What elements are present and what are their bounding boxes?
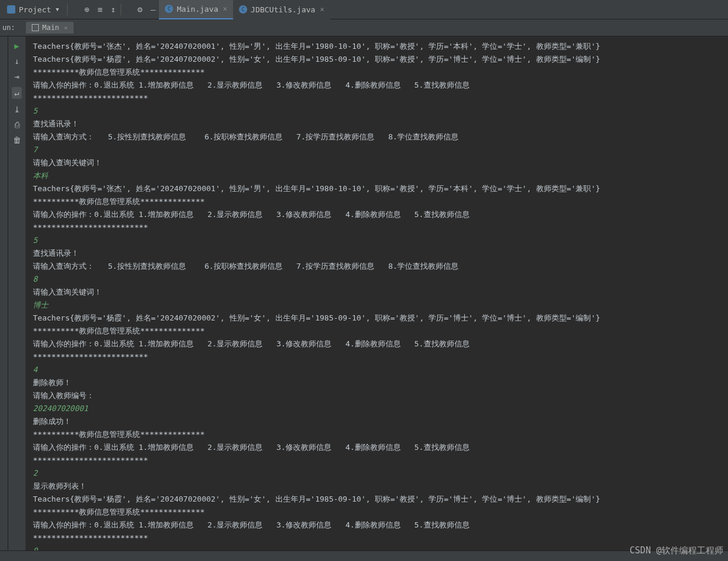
console-output-line: 请输入你的操作：0.退出系统 1.增加教师信息 2.显示教师信息 3.修改教师信… <box>33 519 728 532</box>
separator <box>67 4 68 15</box>
target-icon[interactable]: ⊕ <box>84 5 89 14</box>
console-output-line: 删除成功！ <box>33 415 728 428</box>
console-output-line: ************************* <box>33 221 728 234</box>
toolbar-icon-group: ⊕ ≡ ↕ <box>84 5 115 14</box>
console-input-line: 4 <box>33 363 728 376</box>
project-label: Project <box>19 5 51 14</box>
console-input-line: 7 <box>33 143 728 156</box>
step-icon[interactable]: ⇥ <box>14 72 19 81</box>
run-config-tab[interactable]: Main × <box>26 22 74 34</box>
java-class-icon: C <box>239 5 247 14</box>
run-config-icon <box>32 24 39 31</box>
console-input-line: 本科 <box>33 169 728 182</box>
rerun-icon[interactable]: ▶ <box>14 41 19 51</box>
toggle-soft-wrap-icon[interactable]: ↵ <box>12 87 21 99</box>
tab-label: Main.java <box>177 5 218 14</box>
chevron-down-icon: ▼ <box>56 6 59 12</box>
console-input-line: 5 <box>33 234 728 247</box>
status-bar <box>0 550 728 561</box>
console-output-line: 请输入查询方式： 5.按性别查找教师信息 6.按职称查找教师信息 7.按学历查找… <box>33 260 728 273</box>
console-output-line: **********教师信息管理系统************** <box>33 195 728 208</box>
watermark: CSDN @软件编程工程师 <box>630 545 723 556</box>
console-output-line: 请输入你的操作：0.退出系统 1.增加教师信息 2.显示教师信息 3.修改教师信… <box>33 208 728 221</box>
toolbar-icon-group-2: ⚙ — <box>138 5 156 14</box>
run-config-name: Main <box>42 24 59 32</box>
console-output-line: ************************* <box>33 454 728 467</box>
console-output-line: 请输入查询方式： 5.按性别查找教师信息 6.按职称查找教师信息 7.按学历查找… <box>33 131 728 143</box>
console-input-line: 博士 <box>33 299 728 312</box>
console-output-line: 请输入你的操作：0.退出系统 1.增加教师信息 2.显示教师信息 3.修改教师信… <box>33 338 728 350</box>
console-output-line: Teachers{教师号='杨霞', 姓名='202407020002', 性别… <box>33 312 728 325</box>
separator <box>121 4 121 15</box>
console-output-line: 请输入你的操作：0.退出系统 1.增加教师信息 2.显示教师信息 3.修改教师信… <box>33 441 728 454</box>
close-icon[interactable]: × <box>64 24 68 32</box>
console-output-line: ************************* <box>33 532 728 545</box>
close-icon[interactable]: × <box>223 5 227 13</box>
console-output-line: 查找通讯录！ <box>33 118 728 131</box>
console-input-line: 5 <box>33 105 728 118</box>
console-input-line: 0 <box>33 545 728 550</box>
console-output-line: **********教师信息管理系统************** <box>33 66 728 79</box>
tab-main-java[interactable]: C Main.java × <box>159 0 233 19</box>
console-output-line: 请输入你的操作：0.退出系统 1.增加教师信息 2.显示教师信息 3.修改教师信… <box>33 79 728 92</box>
left-edge-gutter <box>0 36 8 550</box>
collapse-icon[interactable]: ≡ <box>98 5 102 14</box>
console-input-line: 8 <box>33 273 728 286</box>
console-output-line: 查找通讯录！ <box>33 247 728 260</box>
console-output-line: Teachers{教师号='杨霞', 姓名='202407020002', 性别… <box>33 53 728 66</box>
console-output-line: ************************* <box>33 92 728 105</box>
minimize-icon[interactable]: — <box>151 5 155 14</box>
close-icon[interactable]: × <box>320 5 324 14</box>
console-output-line: Teachers{教师号='杨霞', 姓名='202407020002', 性别… <box>33 493 728 506</box>
project-dropdown[interactable]: Project ▼ <box>4 4 62 15</box>
console-output-line: ************************* <box>33 350 728 363</box>
run-toolbar: un: Main × <box>0 19 728 36</box>
console-input-line: 2 <box>33 467 728 480</box>
console-output-line: 请输入查询关键词！ <box>33 156 728 169</box>
run-label: un: <box>0 24 15 32</box>
gear-icon[interactable]: ⚙ <box>138 5 142 14</box>
console-output-line: 请输入教师编号： <box>33 389 728 402</box>
console-output-line: **********教师信息管理系统************** <box>33 506 728 519</box>
tab-label: JDBCUtils.java <box>251 5 315 14</box>
console-output-line: Teachers{教师号='张杰', 姓名='202407020001', 性别… <box>33 40 728 53</box>
trash-icon[interactable]: 🗑 <box>13 135 21 145</box>
top-toolbar: Project ▼ ⊕ ≡ ↕ ⚙ — C Main.java × C JDBC… <box>0 0 728 19</box>
console-input-line: 202407020001 <box>33 402 728 415</box>
settings-tree-icon[interactable]: ↕ <box>111 5 115 14</box>
main-area: ▶ ↓ ⇥ ↵ ⤓ ⎙ 🗑 Teachers{教师号='张杰', 姓名='202… <box>0 36 728 550</box>
scroll-to-end-icon[interactable]: ⤓ <box>14 105 21 114</box>
down-arrow-icon[interactable]: ↓ <box>14 56 19 66</box>
console-output-line: 显示教师列表！ <box>33 480 728 493</box>
run-tool-column: ▶ ↓ ⇥ ↵ ⤓ ⎙ 🗑 <box>8 36 26 550</box>
console-output-line: 请输入查询关键词！ <box>33 286 728 299</box>
console-output[interactable]: Teachers{教师号='张杰', 姓名='202407020001', 性别… <box>26 36 728 550</box>
project-icon <box>7 5 15 14</box>
print-icon[interactable]: ⎙ <box>15 120 19 129</box>
console-output-line: **********教师信息管理系统************** <box>33 325 728 338</box>
tab-jdbcutils-java[interactable]: C JDBCUtils.java × <box>233 0 330 19</box>
editor-tabs: C Main.java × C JDBCUtils.java × <box>159 0 330 19</box>
console-output-line: 删除教师！ <box>33 376 728 389</box>
java-class-icon: C <box>165 5 173 13</box>
console-output-line: **********教师信息管理系统************** <box>33 428 728 441</box>
console-output-line: Teachers{教师号='张杰', 姓名='202407020001', 性别… <box>33 182 728 195</box>
